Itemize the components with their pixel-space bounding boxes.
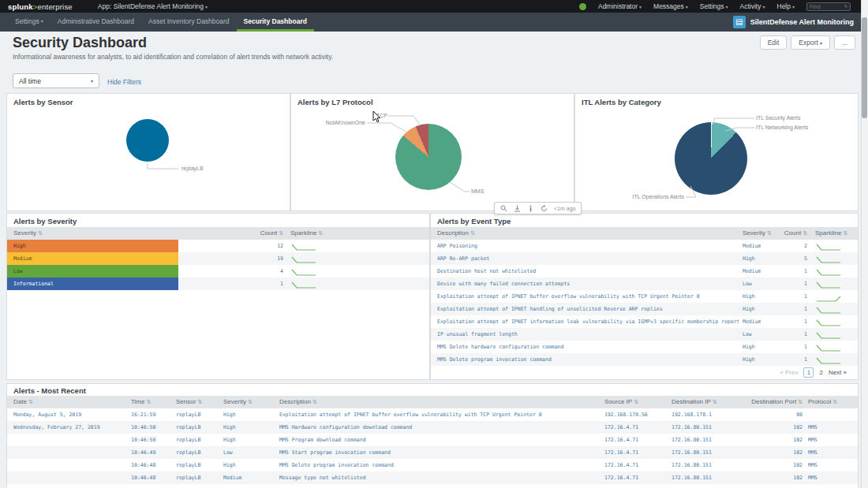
event-description-link[interactable]: IP unusual fragment length [437, 331, 739, 337]
recent-dst-port-link[interactable]: 102 [717, 424, 803, 430]
count-link[interactable]: 1 [758, 319, 807, 325]
recent-date-link[interactable]: Monday, August 5, 2019 [13, 412, 128, 418]
recent-protocol-link[interactable]: MMS [808, 437, 855, 443]
count-link[interactable]: 1 [758, 356, 807, 363]
recent-description-link[interactable]: MMS Hardware configuration download comm… [279, 424, 601, 430]
app-icon[interactable]: ▤ [733, 16, 746, 28]
recent-time-link[interactable]: 10:46:48 [131, 462, 172, 468]
recent-sensor-link[interactable]: replayLB [176, 449, 220, 456]
event-description-link[interactable]: Exploitation attempt of IPNET buffer ove… [437, 293, 739, 300]
recent-time-link[interactable]: 10:46:48 [131, 475, 172, 481]
event-description-link[interactable]: ARP Poisoning [437, 243, 739, 249]
column-header-description[interactable]: Description⇅ [437, 229, 475, 237]
info-icon[interactable] [527, 205, 534, 212]
recent-description-link[interactable]: MMS Delete program invocation command [279, 462, 601, 468]
event-description-link[interactable]: MMS Delete program invocation command [437, 356, 739, 363]
menu-help[interactable]: Help▾ [777, 2, 795, 10]
recent-src-ip-link[interactable]: 192.168.178.56 [604, 412, 669, 418]
event-description-link[interactable]: ARP Re-ARP packet [437, 255, 739, 262]
count-link[interactable]: 19 [189, 255, 283, 262]
recent-src-ip-link[interactable]: 172.16.4.71 [604, 449, 669, 456]
recent-sensor-link[interactable]: replayLB [176, 475, 220, 481]
more-options-button[interactable]: ... [834, 35, 855, 50]
recent-time-link[interactable]: 10:46:50 [131, 424, 172, 430]
column-header-sparkline[interactable]: Sparkline⇅ [290, 229, 323, 237]
event-description-link[interactable]: Exploitation attempt of IPNET informatio… [437, 319, 739, 325]
column-header-count[interactable]: Count⇅ [189, 229, 283, 237]
count-link[interactable]: 1 [758, 268, 807, 274]
nav-tab-security-dashboard[interactable]: Security Dashboard [237, 13, 314, 32]
event-severity-link[interactable]: High [743, 306, 755, 312]
count-link[interactable]: 4 [189, 268, 283, 274]
event-description-link[interactable]: MMS Delete hardware configuration comman… [437, 344, 739, 350]
recent-description-link[interactable]: MMS Program download command [279, 437, 601, 443]
itl-pie-chart[interactable] [675, 122, 747, 195]
severity-cell-medium[interactable]: Medium [7, 252, 178, 265]
recent-time-link[interactable]: 16:21:59 [131, 412, 172, 418]
recent-severity-link[interactable]: High [223, 412, 275, 418]
count-link[interactable]: 12 [189, 243, 283, 249]
event-severity-link[interactable]: High [743, 293, 755, 300]
download-icon[interactable] [514, 205, 521, 212]
menu-settings[interactable]: Settings▾ [700, 2, 728, 10]
recent-description-link[interactable]: MMS Start program invocation command [279, 449, 601, 456]
recent-sensor-link[interactable]: replayLB [176, 424, 220, 430]
recent-severity-link[interactable]: High [223, 424, 275, 430]
app-menu[interactable]: App: SilentDefense Alert Monitoring▾ [98, 2, 208, 10]
l7-pie-chart[interactable] [395, 124, 462, 190]
export-button[interactable]: Export▾ [791, 35, 830, 50]
count-link[interactable]: 1 [758, 281, 807, 287]
splunk-logo[interactable]: splunk>enterprise [8, 2, 73, 11]
recent-time-link[interactable]: 10:46:50 [131, 437, 172, 443]
column-header-protocol[interactable]: Protocol⇅ [808, 398, 855, 405]
recent-description-link[interactable]: Message type not whitelisted [279, 475, 601, 481]
severity-cell-low[interactable]: Low [7, 265, 178, 278]
refresh-icon[interactable] [541, 205, 548, 212]
recent-src-ip-link[interactable]: 172.16.4.71 [604, 475, 669, 481]
recent-dst-port-link[interactable]: 102 [717, 437, 803, 443]
recent-date-link[interactable]: Wednesday, February 27, 2019 [13, 424, 128, 430]
page-2-link[interactable]: 2 [819, 369, 822, 376]
column-header-severity[interactable]: Severity⇅ [223, 398, 275, 405]
edit-button[interactable]: Edit [760, 35, 788, 50]
recent-src-ip-link[interactable]: 172.16.4.71 [604, 437, 669, 443]
recent-severity-link[interactable]: Medium [223, 475, 275, 481]
recent-severity-link[interactable]: Low [223, 449, 275, 456]
severity-cell-high[interactable]: High [7, 240, 178, 252]
recent-severity-link[interactable]: High [223, 437, 275, 443]
menu-administrator[interactable]: Administrator▾ [598, 2, 642, 10]
event-severity-link[interactable]: Low [743, 281, 752, 287]
recent-sensor-link[interactable]: replayLB [176, 412, 220, 418]
time-range-picker[interactable]: All time▾ [13, 73, 99, 88]
find-input[interactable] [810, 4, 844, 9]
nav-tab-asset-inventory-dashboard[interactable]: Asset Inventory Dashboard [141, 13, 237, 32]
event-severity-link[interactable]: Low [743, 331, 752, 337]
count-link[interactable]: 1 [758, 344, 807, 350]
recent-sensor-link[interactable]: replayLB [176, 462, 220, 468]
event-description-link[interactable]: Exploitation attempt of IPNET handling o… [437, 306, 739, 312]
recent-dst-port-link[interactable]: 80 [717, 412, 803, 418]
count-link[interactable]: 1 [758, 293, 807, 300]
recent-protocol-link[interactable]: MMS [808, 475, 855, 481]
menu-activity[interactable]: Activity▾ [740, 2, 765, 10]
next-page-link[interactable]: Next » [829, 369, 847, 376]
column-header-description[interactable]: Description⇅ [279, 398, 601, 405]
sensor-pie-chart[interactable] [126, 119, 169, 162]
column-header-sensor[interactable]: Sensor⇅ [176, 398, 220, 405]
recent-sensor-link[interactable]: replayLB [176, 437, 220, 443]
recent-severity-link[interactable]: High [223, 462, 275, 468]
recent-dst-port-link[interactable]: 102 [717, 449, 803, 456]
recent-protocol-link[interactable]: MMS [808, 424, 855, 430]
column-header-sparkline[interactable]: Sparkline⇅ [815, 229, 847, 237]
column-header-severity[interactable]: Severity⇅ [13, 229, 43, 237]
recent-time-link[interactable]: 10:46:49 [131, 449, 172, 456]
nav-tab-administrative-dashboard[interactable]: Administrative Dashboard [51, 13, 141, 32]
column-header-source-ip[interactable]: Source IP⇅ [604, 398, 669, 405]
nav-tab-settings[interactable]: Settings▾ [8, 13, 51, 32]
current-page[interactable]: 1 [803, 367, 814, 378]
column-header-count[interactable]: Count⇅ [758, 229, 807, 237]
menu-messages[interactable]: Messages▾ [653, 2, 688, 10]
recent-src-ip-link[interactable]: 172.16.4.71 [604, 424, 669, 430]
recent-dst-port-link[interactable]: 102 [717, 475, 803, 481]
event-severity-link[interactable]: High [743, 356, 755, 363]
